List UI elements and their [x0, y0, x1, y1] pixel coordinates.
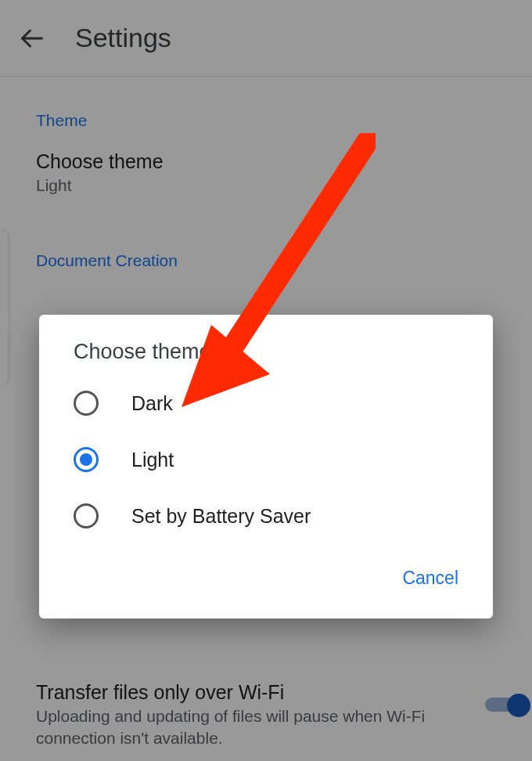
theme-option-light[interactable]: Light: [39, 431, 493, 488]
option-label-dark: Dark: [131, 392, 173, 415]
cancel-button[interactable]: Cancel: [396, 560, 465, 597]
dialog-title: Choose theme: [39, 340, 493, 375]
option-label-light: Light: [131, 449, 174, 471]
theme-option-dark[interactable]: Dark: [39, 375, 493, 431]
theme-option-battery-saver[interactable]: Set by Battery Saver: [39, 488, 493, 544]
radio-off-icon: [74, 391, 99, 416]
radio-on-icon: [74, 447, 99, 472]
dialog-actions: Cancel: [39, 544, 493, 604]
choose-theme-dialog: Choose theme Dark Light Set by Battery S…: [39, 315, 493, 619]
option-label-battery: Set by Battery Saver: [131, 505, 311, 528]
radio-off-icon: [74, 503, 99, 528]
